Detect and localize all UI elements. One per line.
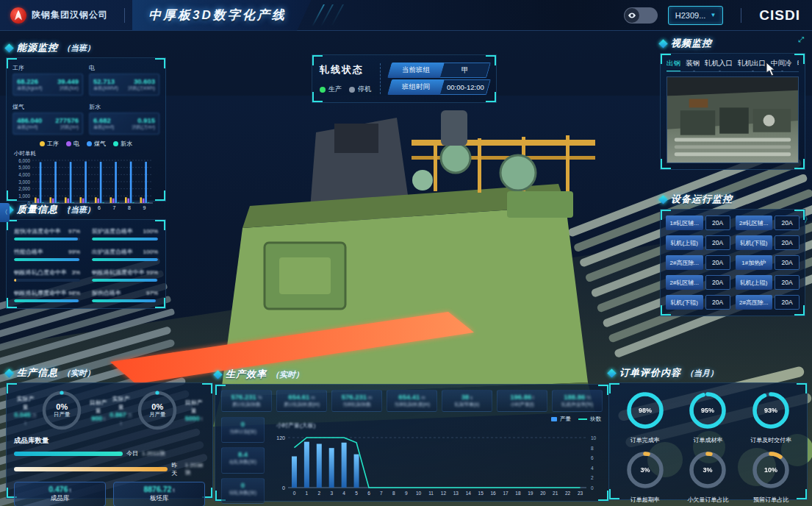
panel-diamond-icon: [658, 39, 668, 49]
efficiency-stat-card: 654.41 m当班轧制长度(m): [387, 390, 437, 412]
panel-collapse-handle-right[interactable]: 〉: [804, 213, 812, 226]
quality-bar-fill: [14, 299, 79, 302]
ring-percent: 0%: [56, 402, 68, 411]
quality-bar-fill: [92, 258, 158, 261]
quality-bar-track: [92, 279, 158, 282]
line-status-title: 轧线状态: [320, 63, 371, 76]
prod-panel-title: 生产信息: [17, 366, 58, 380]
production-bar: [317, 444, 322, 488]
legend-item: 煤气: [87, 140, 106, 148]
visibility-toggle[interactable]: [624, 7, 658, 24]
device-dropdown[interactable]: H2309... ▼: [668, 6, 724, 25]
efficiency-side-stat: 0待轧块数(块): [221, 478, 265, 504]
order-gauge-label: 预留订单占比: [739, 496, 802, 504]
video-camera-tabs: 出钢装钢轧机入口轧机出口中间冷电加热: [667, 59, 799, 72]
svg-text:19: 19: [528, 491, 533, 496]
progress-ring: 0%月产量: [136, 389, 179, 432]
video-feed[interactable]: [667, 76, 799, 163]
quality-bar-fill: [14, 279, 16, 282]
prod-panel-period: （实时）: [62, 368, 95, 379]
production-bar: [304, 442, 309, 488]
quality-metric: 钢板终轧凸度命中率3%: [14, 268, 80, 282]
svg-text:0: 0: [591, 485, 594, 491]
tab-camera-6[interactable]: 电加热: [797, 59, 800, 68]
chart-legend-label: 产量: [560, 416, 571, 423]
svg-text:17: 17: [503, 491, 509, 496]
tab-camera-2[interactable]: 装钢: [686, 59, 700, 68]
energy-card-body: 486.040277576单耗(m³/t)消耗(m³): [12, 113, 83, 135]
expand-icon[interactable]: ⤢: [798, 35, 804, 44]
stat-unit: %: [585, 395, 591, 400]
status-dot-icon: [320, 87, 326, 93]
quality-label: 钢板终轧厚度命中率: [14, 289, 67, 297]
device-row: 轧机(下辊)20A: [666, 295, 730, 310]
quality-metric: 超快冷温度命中率97%: [14, 227, 80, 240]
badge-value-text: 甲: [461, 65, 469, 75]
order-gauge: 95%订单成材率: [677, 388, 740, 444]
legend-swatch-icon: [551, 417, 557, 421]
tab-camera-4[interactable]: 轧机出口: [738, 59, 766, 68]
stat-value: 576.231 %: [223, 393, 270, 401]
legend-label: 电: [73, 140, 79, 148]
panel-collapse-handle-left[interactable]: 〈: [0, 203, 10, 222]
energy-value: 52.713: [93, 77, 115, 85]
stat-unit: m: [420, 395, 425, 400]
svg-text:23: 23: [578, 491, 583, 496]
order-gauge-label: 小欠量订单占比: [677, 496, 740, 504]
energy-value: 68.226: [17, 77, 38, 85]
stat-unit: %: [256, 395, 262, 400]
header-divider: [741, 8, 741, 23]
svg-text:93%: 93%: [764, 407, 777, 414]
efficiency-stat-card: 188.86 %轧机作业率(%): [552, 390, 603, 412]
inventory-card-unit: t: [171, 488, 174, 493]
inventory-bar-label: 昨天: [171, 461, 181, 477]
title-streaks-decoration: [312, 0, 363, 31]
energy-value-label: 消耗(m³): [60, 124, 79, 131]
svg-text:22: 22: [565, 491, 571, 496]
energy-card-body: 52.71330.603单耗(kWh/t)消耗(万kWh): [89, 74, 159, 96]
quality-metric: 装炉温度合格率100%: [92, 227, 158, 240]
hourly-chart-legend: 产量块数: [551, 416, 601, 423]
side-stat-value: 8.4: [223, 450, 262, 458]
energy-panel-period: （当班）: [62, 43, 95, 54]
device-row: 2#高压除...20A: [666, 255, 730, 270]
quality-bar-fill: [14, 238, 78, 240]
production-info-panel: 生产信息 （实时） 实际产量0.045 万t0%日产量目标产量900 t实际产量…: [6, 366, 213, 499]
energy-card-name: 工序: [12, 64, 83, 72]
quality-label: 钢板终轧温度命中率: [92, 268, 145, 277]
energy-value: 486.040: [17, 116, 42, 124]
svg-text:20: 20: [540, 491, 546, 496]
actual-value: 0.867 万t: [109, 411, 132, 427]
device-label: 轧机(下辊): [666, 295, 703, 310]
order-gauge-label: 订单超期率: [614, 496, 677, 504]
actual-label: 实际产量: [14, 395, 37, 411]
tab-camera-1[interactable]: 出钢: [667, 59, 680, 68]
energy-bar: [65, 197, 67, 203]
inventory-cards: 0.476 t成品库8876.72 t板坯库: [14, 482, 205, 506]
quality-value: 100%: [143, 249, 158, 255]
device-row: 轧机(下辊)20A: [736, 235, 800, 250]
device-current-value: 20A: [775, 255, 800, 270]
tab-camera-3[interactable]: 轧机入口: [705, 59, 733, 68]
device-label: 1#加热炉: [736, 255, 773, 270]
order-gauges-grid: 98%订单完成率95%订单成材率93%订单及时交付率3%订单超期率3%小欠量订单…: [614, 388, 802, 504]
page-title: 中厚板3D数字化产线: [148, 7, 287, 24]
stat-value: 188.86 %: [554, 393, 600, 401]
inventory-card-value: 0.476 t: [15, 485, 105, 493]
quality-value: 99%: [68, 249, 80, 255]
svg-text:2: 2: [591, 475, 594, 480]
inventory-bar-row: 昨天1.2038块: [14, 461, 205, 477]
company-name: 陕钢集团汉钢公司: [32, 9, 108, 21]
svg-text:10%: 10%: [764, 466, 777, 474]
quality-value: 97%: [146, 290, 158, 296]
line-status-legend: 生产停机: [320, 85, 371, 94]
device-current-value: 20A: [775, 235, 800, 250]
order-gauge: 10%预留订单占比: [739, 447, 802, 504]
svg-text:9: 9: [405, 491, 408, 496]
target-output: 目标产量5000 t: [182, 399, 205, 422]
svg-text:13: 13: [453, 491, 459, 496]
energy-bar: [80, 197, 82, 203]
legend-dot-icon: [87, 141, 92, 146]
panel-diamond-icon: [213, 370, 223, 380]
quality-label: 出炉温度合格率: [92, 248, 133, 256]
